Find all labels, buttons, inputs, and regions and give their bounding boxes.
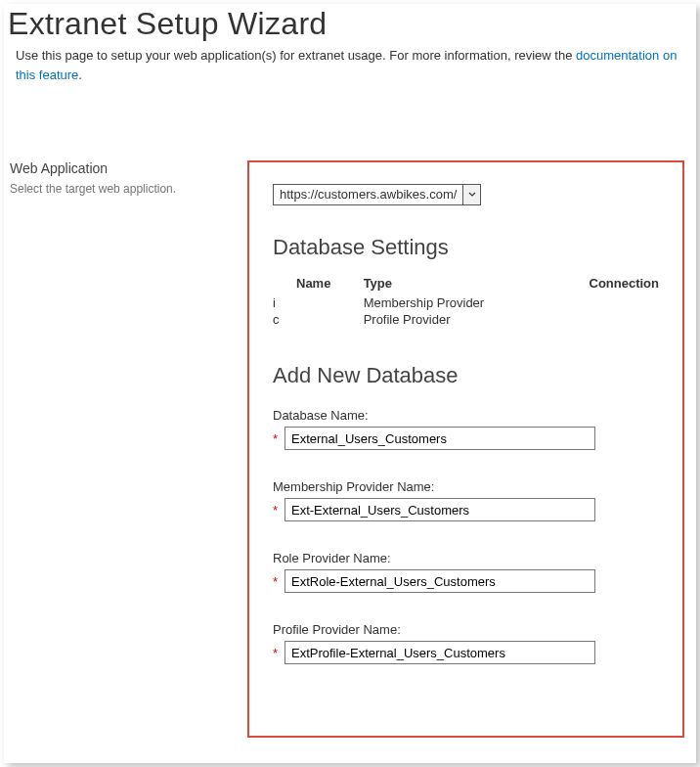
row-code: c [273, 311, 290, 328]
row-code: i [273, 294, 290, 311]
profile-provider-input[interactable] [284, 641, 595, 664]
required-indicator: * [273, 503, 284, 518]
row-type: Profile Provider [358, 311, 549, 328]
chevron-down-icon [462, 185, 480, 204]
web-application-select[interactable]: https://customers.awbikes.com/ [273, 184, 481, 205]
role-provider-input[interactable] [284, 569, 595, 593]
membership-provider-input[interactable] [284, 498, 595, 521]
page-title: Extranet Setup Wizard [8, 6, 684, 42]
table-row: c Profile Provider [273, 311, 659, 328]
col-type: Type [358, 272, 549, 294]
left-section-desc: Select the target web appliction. [10, 182, 247, 196]
field-role-provider: Role Provider Name: * [273, 551, 659, 593]
field-profile-provider: Profile Provider Name: * [273, 622, 659, 664]
row-connection [549, 311, 659, 328]
database-settings-table: Name Type Connection i Membership Provid… [273, 272, 659, 328]
database-name-input[interactable] [284, 427, 595, 450]
membership-provider-label: Membership Provider Name: [273, 479, 659, 494]
field-database-name: Database Name: * [273, 408, 659, 450]
web-application-selected: https://customers.awbikes.com/ [274, 185, 462, 204]
required-indicator: * [273, 431, 284, 446]
row-type: Membership Provider [358, 294, 549, 311]
row-name [290, 311, 358, 328]
col-name: Name [290, 272, 358, 294]
col-connection: Connection [549, 272, 659, 294]
page-intro: Use this page to setup your web applicat… [16, 46, 684, 84]
intro-text-pre: Use this page to setup your web applicat… [16, 48, 576, 63]
main-panel: https://customers.awbikes.com/ Database … [247, 160, 684, 738]
required-indicator: * [273, 646, 284, 660]
field-membership-provider: Membership Provider Name: * [273, 479, 659, 521]
left-section-title: Web Application [10, 160, 247, 176]
table-row: i Membership Provider [273, 294, 659, 311]
required-indicator: * [273, 574, 284, 589]
row-connection [549, 294, 659, 311]
database-settings-heading: Database Settings [273, 235, 659, 260]
database-name-label: Database Name: [273, 408, 659, 423]
intro-text-post: . [78, 68, 82, 82]
role-provider-label: Role Provider Name: [273, 551, 659, 565]
profile-provider-label: Profile Provider Name: [273, 622, 659, 637]
add-database-heading: Add New Database [273, 363, 659, 388]
row-name [290, 294, 358, 311]
